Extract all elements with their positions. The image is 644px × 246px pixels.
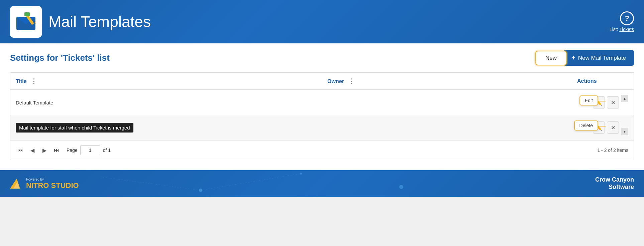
- new-button[interactable]: New: [535, 51, 567, 65]
- page-header: Mail Templates ? List: Tickets: [0, 0, 644, 43]
- row1-actions: Edit ✏️ ✕ ▲: [540, 90, 634, 115]
- tickets-link[interactable]: Tickets: [619, 27, 634, 32]
- row1-scroll-arrows[interactable]: ▲: [621, 95, 628, 110]
- page-title: Mail Templates: [48, 13, 151, 31]
- app-icon: [10, 6, 42, 38]
- of-label: of 1: [103, 148, 111, 153]
- row2-delete-button[interactable]: ✕: [607, 121, 619, 134]
- mail-templates-table: Title ⋮ Owner ⋮ Actions Default Template: [10, 72, 634, 160]
- row2-action-buttons: Delete ✏️ ✕ ▼: [546, 120, 628, 135]
- header-buttons: New + New Mail Template: [535, 50, 634, 66]
- delete-tooltip-line: [598, 126, 606, 127]
- next-page-button[interactable]: ▶: [40, 146, 49, 155]
- scroll-down-arrow2[interactable]: ▼: [621, 128, 628, 135]
- row1-title: Default Template: [10, 90, 322, 115]
- help-button[interactable]: ?: [620, 11, 634, 25]
- owner-column-menu[interactable]: ⋮: [345, 78, 357, 84]
- svg-rect-17: [24, 12, 30, 16]
- svg-line-19: [201, 174, 301, 190]
- list-link: List: Tickets: [610, 27, 634, 32]
- new-mail-template-label: New Mail Template: [578, 55, 626, 61]
- prev-page-button[interactable]: ◀: [28, 146, 37, 155]
- table-row: Mail template for staff when child Ticke…: [10, 115, 634, 140]
- svg-line-18: [100, 177, 201, 190]
- pagination-row-wrapper: ⏮ ◀ ▶ ⏭ Page of 1 1 - 2 of 2 items: [10, 140, 634, 160]
- row2-scroll-arrows[interactable]: ▼: [621, 120, 628, 135]
- delete-tooltip: Delete: [574, 120, 598, 131]
- table-header-row: Title ⋮ Owner ⋮ Actions: [10, 73, 634, 90]
- crow-canyon-label: Crow Canyon Software: [595, 176, 634, 191]
- edit-tooltip-line: [598, 101, 606, 101]
- row1-delete-button[interactable]: ✕: [607, 96, 619, 108]
- row2-title: Mail template for staff when child Ticke…: [10, 115, 322, 140]
- row2-owner: [322, 115, 540, 140]
- row1-owner: [322, 90, 540, 115]
- svg-point-22: [399, 185, 403, 189]
- page-input[interactable]: [80, 145, 100, 155]
- settings-title: Settings for 'Tickets' list: [10, 53, 110, 63]
- actions-column-header: Actions: [540, 73, 634, 90]
- footer-logo-text: Powered by NITRO STUDIO: [26, 178, 79, 190]
- edit-tooltip: Edit: [579, 95, 598, 105]
- nitro-studio-label: NITRO STUDIO: [26, 181, 79, 190]
- row1-action-buttons: Edit ✏️ ✕ ▲: [546, 95, 628, 110]
- svg-point-20: [199, 189, 202, 192]
- first-page-button[interactable]: ⏮: [16, 146, 25, 155]
- powered-by-label: Powered by: [26, 178, 79, 181]
- page-label: Page: [67, 148, 78, 153]
- scroll-up-arrow[interactable]: ▲: [621, 95, 628, 102]
- footer-logo: Powered by NITRO STUDIO: [10, 177, 79, 190]
- pagination-cell: ⏮ ◀ ▶ ⏭ Page of 1 1 - 2 of 2 items: [10, 140, 634, 160]
- new-mail-template-button[interactable]: + New Mail Template: [563, 50, 634, 66]
- owner-column-header: Owner ⋮: [322, 73, 540, 90]
- last-page-button[interactable]: ⏭: [52, 146, 61, 155]
- settings-header: Settings for 'Tickets' list New + New Ma…: [10, 50, 634, 66]
- pagination: ⏮ ◀ ▶ ⏭ Page of 1 1 - 2 of 2 items: [10, 140, 634, 160]
- svg-point-21: [300, 173, 302, 175]
- plus-icon: +: [571, 54, 575, 62]
- page-footer: Powered by NITRO STUDIO Crow Canyon Soft…: [0, 170, 644, 197]
- header-right: ? List: Tickets: [610, 11, 634, 32]
- row2-actions: Delete ✏️ ✕ ▼: [540, 115, 634, 140]
- pagination-controls: ⏮ ◀ ▶ ⏭ Page of 1: [16, 145, 111, 155]
- main-content: Settings for 'Tickets' list New + New Ma…: [0, 43, 644, 170]
- items-count: 1 - 2 of 2 items: [597, 148, 628, 153]
- title-column-menu[interactable]: ⋮: [28, 78, 39, 84]
- title-column-header: Title ⋮: [10, 73, 322, 90]
- table-row: Default Template Edit ✏️ ✕ ▲: [10, 90, 634, 115]
